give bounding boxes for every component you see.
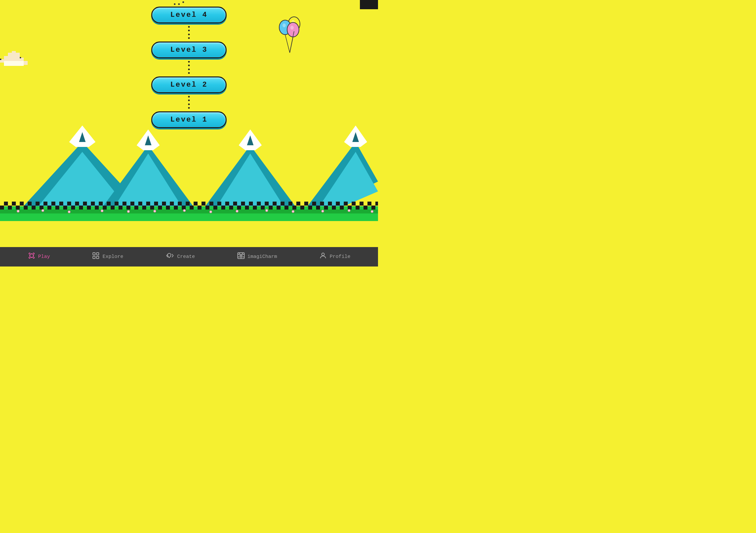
svg-rect-129: [300, 206, 304, 210]
svg-rect-113: [237, 206, 241, 210]
svg-point-170: [292, 211, 294, 212]
svg-rect-70: [67, 202, 71, 206]
svg-rect-136: [328, 202, 332, 206]
svg-rect-55: [8, 206, 12, 210]
svg-rect-117: [253, 206, 257, 210]
bottom-nav: Play Explore Create: [0, 247, 378, 266]
svg-rect-114: [241, 202, 245, 206]
connector-3-2: [188, 58, 190, 76]
svg-rect-71: [71, 206, 75, 210]
balloons: [276, 15, 306, 59]
svg-rect-123: [277, 206, 281, 210]
svg-rect-96: [170, 202, 174, 206]
nav-item-profile[interactable]: Profile: [319, 252, 350, 262]
svg-rect-132: [312, 202, 316, 206]
svg-line-17: [285, 35, 290, 53]
svg-rect-126: [288, 202, 292, 206]
svg-rect-104: [202, 202, 205, 206]
svg-rect-82: [115, 202, 119, 206]
grid-icon: [92, 252, 100, 262]
svg-rect-106: [209, 202, 213, 206]
svg-rect-9: [20, 57, 21, 58]
svg-rect-109: [221, 206, 225, 210]
svg-rect-98: [178, 202, 182, 206]
puzzle-icon: [28, 252, 36, 262]
svg-rect-73: [79, 206, 83, 210]
svg-rect-52: [0, 210, 378, 213]
svg-rect-115: [245, 206, 249, 210]
svg-rect-112: [233, 202, 237, 206]
svg-rect-88: [138, 202, 142, 206]
nav-item-explore[interactable]: Explore: [92, 252, 123, 262]
svg-point-189: [322, 253, 324, 256]
svg-rect-147: [371, 206, 375, 210]
svg-line-18: [290, 37, 293, 53]
svg-rect-7: [4, 61, 24, 66]
svg-rect-94: [162, 202, 166, 206]
svg-rect-101: [190, 206, 194, 210]
svg-rect-60: [28, 202, 32, 206]
svg-rect-139: [340, 206, 344, 210]
svg-rect-133: [316, 206, 320, 210]
svg-rect-107: [213, 206, 217, 210]
level-3-button[interactable]: Level 3: [151, 42, 227, 58]
nav-item-play[interactable]: Play: [28, 252, 50, 262]
svg-rect-84: [122, 202, 126, 206]
level-4-button[interactable]: Level 4: [151, 7, 227, 23]
svg-rect-69: [63, 206, 67, 210]
svg-rect-148: [375, 202, 378, 206]
pixel-character: [0, 43, 31, 87]
svg-rect-105: [205, 206, 209, 210]
svg-rect-53: [0, 206, 4, 210]
user-icon: [319, 252, 327, 262]
svg-rect-79: [103, 206, 107, 210]
nav-create-label: Create: [177, 254, 195, 260]
svg-rect-143: [356, 206, 360, 210]
svg-rect-134: [320, 202, 324, 206]
svg-point-14: [287, 22, 299, 37]
svg-rect-63: [40, 206, 43, 210]
svg-rect-178: [93, 253, 95, 255]
svg-point-156: [101, 210, 103, 211]
svg-rect-137: [332, 206, 336, 210]
svg-rect-8: [0, 59, 1, 60]
svg-rect-90: [146, 202, 150, 206]
svg-rect-145: [364, 206, 367, 210]
imagicharm-icon: [237, 252, 245, 262]
nav-explore-label: Explore: [102, 254, 123, 260]
svg-point-15: [290, 26, 294, 30]
nav-item-create[interactable]: Create: [165, 252, 195, 262]
top-right-decoration: [360, 0, 378, 9]
svg-rect-67: [55, 206, 59, 210]
svg-point-158: [128, 211, 129, 212]
svg-point-172: [322, 210, 323, 212]
svg-rect-120: [265, 202, 269, 206]
svg-rect-102: [194, 202, 198, 206]
svg-rect-97: [174, 206, 178, 210]
svg-point-160: [154, 210, 155, 212]
svg-rect-179: [96, 253, 99, 255]
svg-rect-61: [32, 206, 36, 210]
svg-rect-131: [308, 206, 312, 210]
svg-rect-78: [99, 202, 103, 206]
connector-4-3: [188, 23, 190, 42]
svg-rect-140: [344, 202, 348, 206]
svg-point-152: [42, 210, 43, 211]
svg-rect-59: [24, 206, 28, 210]
svg-rect-62: [36, 202, 40, 206]
svg-rect-75: [87, 206, 91, 210]
svg-rect-99: [182, 206, 186, 210]
svg-rect-77: [95, 206, 99, 210]
svg-rect-122: [273, 202, 277, 206]
level-2-button[interactable]: Level 2: [151, 76, 227, 93]
nav-item-imagicharm[interactable]: imagiCharm: [237, 252, 277, 262]
heart-icon: [165, 252, 175, 262]
svg-point-174: [348, 210, 350, 211]
svg-rect-128: [296, 202, 300, 206]
mountains-area: [0, 122, 378, 228]
svg-rect-125: [284, 206, 288, 210]
svg-rect-57: [16, 206, 20, 210]
nav-imagicharm-label: imagiCharm: [248, 254, 277, 260]
svg-rect-80: [107, 202, 111, 206]
svg-rect-111: [229, 206, 233, 210]
